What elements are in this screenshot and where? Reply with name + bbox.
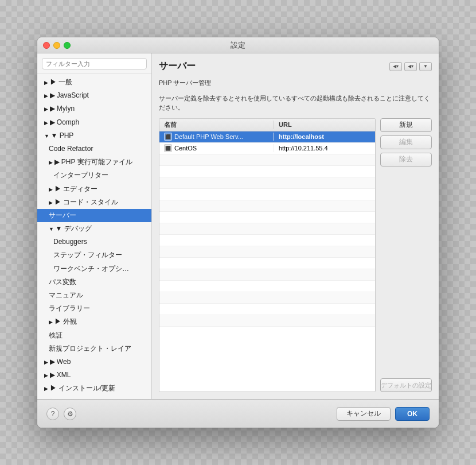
description: サーバー定義を除去するとそれを使用しているすべての起動構成も除去されることに注意… xyxy=(159,94,432,113)
table-header: 名前 URL xyxy=(159,119,375,131)
sidebar-item-debuggers[interactable]: Debuggers xyxy=(37,235,151,249)
titlebar: 設定 xyxy=(37,37,439,53)
sidebar-tree: ▶ 一般▶ JavaScript▶ Mylyn▶ Oomph▼ PHP Code… xyxy=(37,73,151,399)
empty-row xyxy=(159,292,375,304)
sidebar-item-install[interactable]: ▶ インストール/更新 xyxy=(37,382,151,395)
empty-row xyxy=(159,223,375,235)
titlebar-buttons xyxy=(43,42,71,49)
default-button[interactable]: デフォルトの設定 xyxy=(380,378,432,392)
empty-row xyxy=(159,258,375,269)
sidebar-item-mylyn[interactable]: ▶ Mylyn xyxy=(37,102,151,115)
settings-window: 設定 ▶ 一般▶ JavaScript▶ Mylyn▶ Oomph▼ PHP C… xyxy=(37,37,439,428)
edit-button[interactable]: 編集 xyxy=(380,135,432,149)
sidebar-item-web[interactable]: ▶ Web xyxy=(37,355,151,369)
sidebar-item-general[interactable]: ▶ 一般 xyxy=(37,76,151,89)
sidebar-item-editor[interactable]: ▶ エディター xyxy=(37,183,151,196)
server-name: CentOS xyxy=(174,145,197,152)
section-header: サーバー ◀▾ ◀▾ ▼ xyxy=(159,60,432,72)
empty-row xyxy=(159,212,375,223)
server-buttons: 新規 編集 除去 デフォルトの設定 xyxy=(380,118,432,393)
cancel-button[interactable]: キャンセル xyxy=(337,407,391,421)
close-button[interactable] xyxy=(43,42,50,49)
empty-row xyxy=(159,246,375,258)
footer-left: ? ⚙ xyxy=(46,408,76,420)
sidebar-item-new-project[interactable]: 新規プロジェクト・レイア xyxy=(37,342,151,355)
sidebar-item-library[interactable]: ライブラリー xyxy=(37,302,151,315)
remove-button[interactable]: 除去 xyxy=(380,153,432,166)
empty-row xyxy=(159,200,375,212)
sidebar-item-validation[interactable]: 検証 xyxy=(37,329,151,342)
header-icons: ◀▾ ◀▾ ▼ xyxy=(389,62,432,71)
server-panel: 名前 URL ⬛Default PHP Web Serv...http://lo… xyxy=(159,118,432,393)
main-content: サーバー ◀▾ ◀▾ ▼ PHP サーバー管理 サーバー定義を除去するとそれを使… xyxy=(152,53,439,399)
sidebar-item-step-filter[interactable]: ステップ・フィルター xyxy=(37,249,151,262)
maximize-button[interactable] xyxy=(64,42,71,49)
filter-input[interactable] xyxy=(42,58,147,69)
ok-button[interactable]: OK xyxy=(395,407,430,421)
sidebar-item-appearance[interactable]: ▶ 外観 xyxy=(37,315,151,328)
sidebar-item-path-var[interactable]: パス変数 xyxy=(37,276,151,289)
empty-row xyxy=(159,166,375,177)
empty-row xyxy=(159,315,375,327)
window-footer: ? ⚙ キャンセル OK xyxy=(37,399,439,428)
empty-row xyxy=(159,281,375,292)
table-row[interactable]: ⬛CentOShttp://10.211.55.4 xyxy=(159,143,375,154)
footer-right: キャンセル OK xyxy=(337,407,430,421)
window-body: ▶ 一般▶ JavaScript▶ Mylyn▶ Oomph▼ PHP Code… xyxy=(37,53,439,399)
table-body: ⬛Default PHP Web Serv...http://localhost… xyxy=(159,131,375,327)
empty-row xyxy=(159,154,375,166)
sidebar-item-php-exec[interactable]: ▶ PHP 実行可能ファイル xyxy=(37,156,151,169)
sidebar-item-php[interactable]: ▼ PHP xyxy=(37,129,151,142)
sidebar: ▶ 一般▶ JavaScript▶ Mylyn▶ Oomph▼ PHP Code… xyxy=(37,53,152,399)
empty-row xyxy=(159,189,375,200)
server-url: http://10.211.55.4 xyxy=(274,145,375,152)
sidebar-item-xml[interactable]: ▶ XML xyxy=(37,369,151,382)
sidebar-item-javascript[interactable]: ▶ JavaScript xyxy=(37,89,151,102)
minimize-button[interactable] xyxy=(53,42,60,49)
table-row[interactable]: ⬛Default PHP Web Serv...http://localhost xyxy=(159,131,375,143)
nav-fwd-icon[interactable]: ◀▾ xyxy=(404,62,417,71)
section-title: サーバー xyxy=(159,60,196,72)
server-icon: ⬛ xyxy=(164,133,172,141)
server-table: 名前 URL ⬛Default PHP Web Serv...http://lo… xyxy=(159,118,376,393)
server-url: http://localhost xyxy=(274,133,375,140)
empty-row xyxy=(159,304,375,315)
sidebar-item-code-refactor[interactable]: Code Refactor xyxy=(37,142,151,156)
server-icon: ⬛ xyxy=(164,144,172,152)
sidebar-item-manual[interactable]: マニュアル xyxy=(37,289,151,302)
filter-wrap xyxy=(37,53,151,73)
sidebar-item-code-style[interactable]: ▶ コード・スタイル xyxy=(37,196,151,209)
window-title: 設定 xyxy=(231,40,245,51)
empty-row xyxy=(159,269,375,281)
sidebar-item-interpreter[interactable]: インタープリター xyxy=(37,169,151,182)
settings-icon[interactable]: ⚙ xyxy=(64,408,76,420)
empty-row xyxy=(159,235,375,246)
new-button[interactable]: 新規 xyxy=(380,118,432,132)
nav-down-icon[interactable]: ▼ xyxy=(419,62,432,71)
col-name-header: 名前 xyxy=(159,121,274,129)
col-url-header: URL xyxy=(274,121,375,128)
empty-row xyxy=(159,177,375,189)
sidebar-item-workbench[interactable]: ワークベンチ・オプシ… xyxy=(37,262,151,276)
sidebar-item-debug[interactable]: ▼ デバッグ xyxy=(37,222,151,235)
sub-title: PHP サーバー管理 xyxy=(159,78,432,88)
nav-back-icon[interactable]: ◀▾ xyxy=(389,62,402,71)
php-server-mgmt-label: PHP サーバー管理 xyxy=(159,78,432,88)
sidebar-item-oomph[interactable]: ▶ Oomph xyxy=(37,116,151,129)
server-name: Default PHP Web Serv... xyxy=(174,133,243,140)
sidebar-item-server[interactable]: サーバー xyxy=(37,209,151,222)
help-icon[interactable]: ? xyxy=(46,408,59,420)
